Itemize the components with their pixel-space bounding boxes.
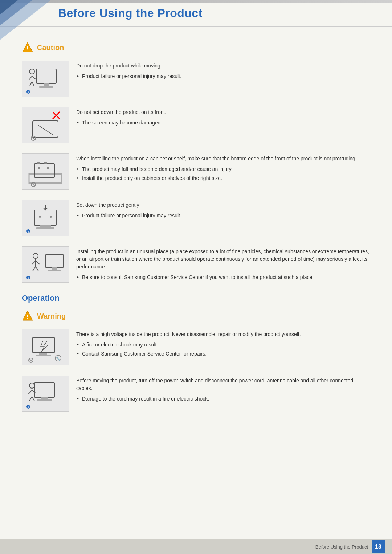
svg-line-10 [29,76,32,80]
warning-image-voltage: 🔧 [22,329,69,365]
caution-image-drop: i [22,61,69,97]
svg-line-44 [36,261,40,264]
svg-text:🔧: 🔧 [56,356,61,361]
warning-main-voltage: There is a high voltage inside the produ… [76,331,370,338]
svg-line-66 [28,390,32,394]
svg-line-58 [29,358,33,362]
header: Before Using the Product [0,0,392,27]
warning-image-moving: i [22,376,69,412]
warning-bullet-voltage-2: Contact Samsung Customer Service Center … [76,350,370,358]
svg-rect-27 [37,162,40,164]
caution-text-drop: Do not drop the product while moving. Pr… [76,61,370,82]
svg-text:i: i [28,91,29,94]
caution-image-front [22,107,69,143]
caution-item-unusual: i Installing the product in an unusual p… [22,246,370,283]
svg-line-69 [32,397,34,401]
svg-rect-33 [34,210,56,225]
svg-line-45 [33,267,36,271]
caution-image-unusual: i [22,246,69,283]
page-title: Before Using the Product [58,7,370,20]
caution-item-cabinet: When installing the product on a cabinet… [22,153,370,190]
svg-rect-47 [45,255,64,267]
caution-section-header: ! Caution [22,42,370,53]
footer-page-number: 13 [372,540,385,553]
svg-rect-26 [34,164,54,177]
svg-rect-62 [41,397,48,399]
svg-line-17 [38,125,53,135]
svg-point-36 [39,216,41,218]
caution-text-unusual: Installing the product in an unusual pla… [76,246,370,283]
caution-image-cabinet [22,153,69,190]
svg-rect-34 [40,225,51,227]
caution-item-gently: i Set down the product gently Product fa… [22,200,370,236]
caution-bullets-front: The screen may become damaged. [76,119,370,127]
svg-rect-56 [36,355,51,356]
svg-point-64 [29,383,34,388]
svg-line-12 [30,82,32,86]
warning-text-voltage: There is a high voltage inside the produ… [76,329,370,359]
main-content: ! Caution [0,27,392,444]
warning-text-moving: Before moving the product, turn off the … [76,376,370,404]
operation-section: Operation ! Warning [22,294,370,412]
svg-rect-7 [39,86,53,88]
caution-image-gently: i [22,200,69,236]
svg-point-41 [33,253,38,258]
warning-bullet-voltage-1: A fire or electric shock may result. [76,341,370,349]
caution-main-gently: Set down the product gently [76,201,370,209]
warning-bullets-voltage: A fire or electric shock may result. Con… [76,341,370,358]
svg-line-67 [32,390,36,393]
svg-line-43 [32,261,36,264]
warning-item-moving: i Before moving the product, turn off th… [22,376,370,412]
caution-bullet-gently-1: Product failure or personal injury may r… [76,212,370,219]
warning-label: Warning [37,312,66,320]
corner-decoration [0,0,51,40]
svg-line-68 [29,397,32,401]
svg-rect-35 [36,227,54,229]
caution-main-unusual: Installing the product in an unusual pla… [76,248,370,271]
caution-bullets-gently: Product failure or personal injury may r… [76,212,370,219]
svg-rect-63 [37,399,52,401]
page-footer: Before Using the Product 13 [0,539,392,554]
svg-line-13 [32,82,34,86]
svg-point-37 [50,216,52,218]
warning-item-voltage: 🔧 There is a high voltage inside the pro… [22,329,370,365]
svg-text:i: i [28,276,29,280]
caution-bullet-unusual-1: Be sure to consult Samsung Customer Serv… [76,274,370,281]
caution-bullet-cabinet-1: The product may fall and become damaged … [76,165,370,173]
svg-rect-48 [52,267,57,270]
warning-section-header: ! Warning [22,310,370,322]
caution-text-gently: Set down the product gently Product fail… [76,200,370,221]
svg-point-29 [38,167,40,169]
caution-bullet-front-1: The screen may become damaged. [76,119,370,127]
caution-text-cabinet: When installing the product on a cabinet… [76,153,370,184]
warning-bullets-moving: Damage to the cord may result in a fire … [76,395,370,403]
svg-text:!: ! [26,314,28,320]
page-container: Before Using the Product ! Caution [0,0,392,554]
operation-title: Operation [22,294,370,303]
footer-label: Before Using the Product [315,544,368,550]
svg-rect-49 [48,270,61,271]
caution-main-cabinet: When installing the product on a cabinet… [76,155,370,163]
caution-bullet-cabinet-2: Install the product only on cabinets or … [76,175,370,182]
svg-rect-16 [33,121,58,137]
svg-rect-28 [44,162,47,164]
caution-main-drop: Do not drop the product while moving. [76,62,370,70]
warning-main-moving: Before moving the product, turn off the … [76,377,370,392]
svg-rect-55 [39,353,47,355]
svg-line-46 [36,267,38,271]
svg-text:i: i [28,406,29,409]
caution-bullets-cabinet: The product may fall and become damaged … [76,165,370,182]
svg-text:!: ! [26,45,28,52]
svg-point-8 [29,69,34,74]
svg-rect-22 [29,173,62,175]
caution-item-front: Do not set down the product on its front… [22,107,370,143]
caution-bullets-unusual: Be sure to consult Samsung Customer Serv… [76,274,370,281]
svg-rect-61 [34,383,54,397]
warning-icon: ! [22,310,33,322]
caution-bullet-drop-1: Product failure or personal injury may r… [76,73,370,80]
svg-point-30 [47,167,49,169]
caution-text-front: Do not set down the product on its front… [76,107,370,128]
top-bar [0,0,392,3]
svg-line-11 [32,76,36,79]
caution-label: Caution [37,44,64,52]
